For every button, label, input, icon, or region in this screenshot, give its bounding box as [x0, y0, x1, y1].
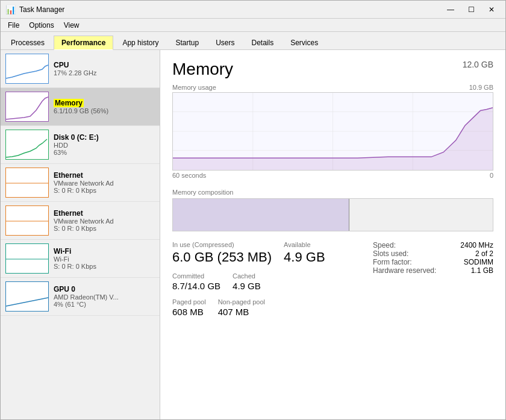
tab-processes[interactable]: Processes	[3, 36, 52, 49]
wifi-detail2: S: 0 R: 0 Kbps	[54, 263, 155, 270]
hardware-value: 1.1 GB	[471, 266, 493, 275]
main-total-value: 12.0 GB	[463, 60, 493, 69]
ethernet2-detail2: S: 0 R: 0 Kbps	[54, 225, 155, 232]
composition-label: Memory composition	[172, 189, 493, 196]
disk-name: Disk 0 (C: E:)	[54, 133, 155, 142]
window-title: Task Manager	[19, 5, 64, 14]
available-value: 4.9 GB	[284, 249, 325, 265]
ethernet2-info: Ethernet VMware Network Ad S: 0 R: 0 Kbp…	[54, 209, 155, 232]
sidebar: CPU 17% 2.28 GHz Memory 6.1/10.9 GB (56%…	[1, 50, 160, 419]
memory-name: Memory	[54, 99, 84, 107]
composition-box	[172, 198, 493, 231]
non-paged-pool-block: Non-paged pool 407 MB	[218, 298, 265, 317]
cpu-detail: 17% 2.28 GHz	[54, 69, 155, 77]
cached-value: 4.9 GB	[233, 281, 261, 291]
wifi-thumbnail	[5, 243, 49, 274]
available-block: Available 4.9 GB	[284, 241, 325, 265]
cached-block: Cached 4.9 GB	[233, 272, 261, 291]
cached-label: Cached	[233, 272, 261, 280]
speed-label: Speed:	[373, 241, 396, 249]
form-label: Form factor:	[373, 258, 412, 266]
graph-label: Memory usage	[172, 84, 216, 91]
sidebar-item-ethernet1[interactable]: Ethernet VMware Network Ad S: 0 R: 0 Kbp…	[1, 164, 160, 202]
app-icon: 📊	[5, 5, 16, 14]
graph-time-row: 60 seconds 0	[172, 172, 493, 179]
menu-options[interactable]: Options	[24, 20, 58, 31]
ethernet1-thumbnail	[5, 168, 49, 198]
memory-thumbnail	[5, 92, 49, 122]
in-use-block: In use (Compressed) 6.0 GB (253 MB)	[172, 241, 272, 265]
tab-users[interactable]: Users	[208, 36, 242, 49]
ethernet1-detail2: S: 0 R: 0 Kbps	[54, 187, 155, 194]
memory-info: Memory 6.1/10.9 GB (56%)	[54, 99, 155, 114]
cpu-thumbnail	[5, 54, 49, 84]
ethernet1-name: Ethernet	[54, 171, 155, 180]
main-header: Memory 12.0 GB	[172, 60, 493, 79]
info-panel: Speed: 2400 MHz Slots used: 2 of 2 Form …	[373, 241, 493, 317]
in-use-label: In use (Compressed)	[172, 241, 272, 248]
slots-value: 2 of 2	[475, 249, 493, 258]
content-area: CPU 17% 2.28 GHz Memory 6.1/10.9 GB (56%…	[1, 50, 505, 419]
hardware-row: Hardware reserved: 1.1 GB	[373, 266, 493, 275]
sidebar-item-disk0[interactable]: Disk 0 (C: E:) HDD 63%	[1, 126, 160, 164]
composition-divider	[349, 199, 349, 231]
speed-value: 2400 MHz	[460, 241, 493, 249]
main-panel: Memory 12.0 GB Memory usage 10.9 GB	[160, 50, 505, 419]
sidebar-item-cpu[interactable]: CPU 17% 2.28 GHz	[1, 50, 160, 88]
memory-detail: 6.1/10.9 GB (56%)	[54, 107, 155, 114]
available-label: Available	[284, 241, 325, 248]
minimize-button[interactable]: —	[442, 4, 460, 16]
time-right: 0	[490, 172, 493, 179]
cpu-info: CPU 17% 2.28 GHz	[54, 61, 155, 77]
sidebar-item-memory[interactable]: Memory 6.1/10.9 GB (56%)	[1, 88, 160, 126]
wifi-info: Wi-Fi Wi-Fi S: 0 R: 0 Kbps	[54, 247, 155, 270]
graph-label-row: Memory usage 10.9 GB	[172, 84, 493, 91]
tab-app-history[interactable]: App history	[114, 36, 166, 49]
sidebar-item-gpu0[interactable]: GPU 0 AMD Radeon(TM) V... 4% (61 °C)	[1, 278, 160, 316]
committed-block: Committed 8.7/14.0 GB	[172, 272, 220, 291]
graph-max: 10.9 GB	[469, 84, 493, 91]
gpu-info: GPU 0 AMD Radeon(TM) V... 4% (61 °C)	[54, 285, 155, 308]
slots-row: Slots used: 2 of 2	[373, 249, 493, 258]
sidebar-item-wifi[interactable]: Wi-Fi Wi-Fi S: 0 R: 0 Kbps	[1, 240, 160, 278]
ethernet2-thumbnail	[5, 205, 49, 236]
menu-bar: File Options View	[1, 19, 505, 32]
memory-graph-container: Memory usage 10.9 GB	[172, 84, 493, 179]
gpu-detail1: AMD Radeon(TM) V...	[54, 293, 155, 301]
composition-in-use	[173, 199, 349, 231]
disk-info: Disk 0 (C: E:) HDD 63%	[54, 133, 155, 156]
ethernet1-detail1: VMware Network Ad	[54, 180, 155, 187]
in-use-value: 6.0 GB (253 MB)	[172, 249, 272, 265]
title-bar: 📊 Task Manager — ☐ ✕	[1, 1, 505, 19]
committed-value: 8.7/14.0 GB	[172, 281, 220, 291]
disk-detail2: 63%	[54, 149, 155, 156]
form-row: Form factor: SODIMM	[373, 258, 493, 266]
form-value: SODIMM	[464, 258, 493, 266]
disk-detail1: HDD	[54, 142, 155, 149]
tab-performance[interactable]: Performance	[54, 36, 113, 50]
sidebar-item-ethernet2[interactable]: Ethernet VMware Network Ad S: 0 R: 0 Kbp…	[1, 202, 160, 240]
paged-pool-block: Paged pool 608 MB	[172, 298, 206, 317]
gpu-detail2: 4% (61 °C)	[54, 301, 155, 308]
disk-thumbnail	[5, 130, 49, 160]
wifi-detail1: Wi-Fi	[54, 255, 155, 263]
wifi-name: Wi-Fi	[54, 247, 155, 255]
menu-view[interactable]: View	[59, 20, 84, 31]
committed-label: Committed	[172, 272, 220, 280]
maximize-button[interactable]: ☐	[462, 4, 480, 16]
tab-bar: Processes Performance App history Startu…	[1, 32, 505, 50]
speed-row: Speed: 2400 MHz	[373, 241, 493, 249]
time-left: 60 seconds	[172, 172, 206, 179]
ethernet1-info: Ethernet VMware Network Ad S: 0 R: 0 Kbp…	[54, 171, 155, 194]
menu-file[interactable]: File	[3, 20, 24, 31]
paged-pool-label: Paged pool	[172, 298, 206, 306]
cpu-name: CPU	[54, 61, 155, 69]
tab-details[interactable]: Details	[243, 36, 281, 49]
tab-services[interactable]: Services	[283, 36, 326, 49]
ethernet2-detail1: VMware Network Ad	[54, 218, 155, 225]
paged-pool-value: 608 MB	[172, 307, 206, 317]
slots-label: Slots used:	[373, 249, 408, 258]
gpu-thumbnail	[5, 281, 49, 312]
tab-startup[interactable]: Startup	[167, 36, 207, 49]
close-button[interactable]: ✕	[483, 4, 501, 16]
